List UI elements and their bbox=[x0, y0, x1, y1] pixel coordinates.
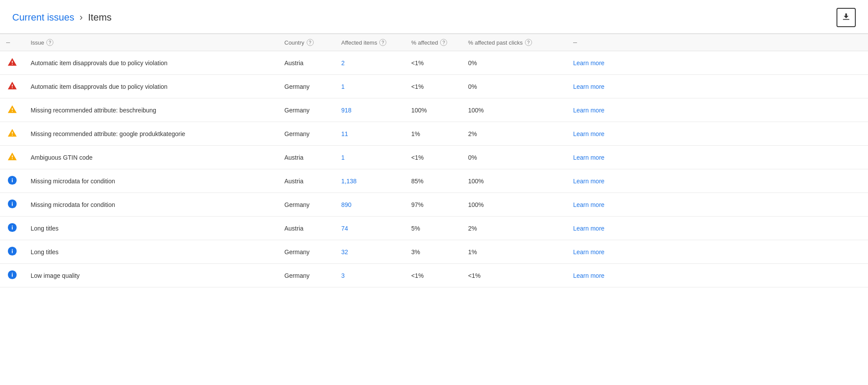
th-affected-label: Affected items bbox=[341, 39, 377, 46]
affected-items-link[interactable]: 1,138 bbox=[341, 178, 357, 185]
affected-items-link[interactable]: 3 bbox=[341, 272, 345, 279]
th-affected-help[interactable]: ? bbox=[379, 39, 386, 46]
learn-more-link[interactable]: Learn more bbox=[573, 248, 605, 256]
th-issue-help[interactable]: ? bbox=[46, 39, 53, 46]
info-icon bbox=[7, 270, 17, 280]
row-pct-affected: <1% bbox=[405, 264, 462, 287]
table-row: Missing recommended attribute: google pr… bbox=[0, 122, 868, 146]
affected-items-link[interactable]: 1 bbox=[341, 83, 345, 90]
header: Current issues › Items bbox=[0, 0, 868, 34]
th-icon: – bbox=[0, 34, 24, 51]
th-dash-right: – bbox=[573, 38, 577, 46]
learn-more-link[interactable]: Learn more bbox=[573, 130, 605, 137]
th-pct-clicks-label: % affected past clicks bbox=[468, 39, 523, 46]
row-actions: Learn more bbox=[567, 122, 868, 146]
th-pct-help[interactable]: ? bbox=[440, 39, 447, 46]
row-icon-cell bbox=[0, 75, 24, 98]
table-row: Missing recommended attribute: beschreib… bbox=[0, 98, 868, 122]
download-icon bbox=[841, 12, 851, 24]
table-row: Ambiguous GTIN codeAustria1<1%0%Learn mo… bbox=[0, 146, 868, 169]
download-button[interactable] bbox=[836, 8, 856, 27]
affected-items-link[interactable]: 2 bbox=[341, 60, 345, 66]
table-row: Missing microdata for conditionGermany89… bbox=[0, 193, 868, 217]
row-affected-items: 1 bbox=[335, 75, 405, 98]
row-country: Austria bbox=[278, 51, 335, 75]
row-affected-items: 1,138 bbox=[335, 169, 405, 193]
row-affected-items: 74 bbox=[335, 217, 405, 240]
row-pct-affected: <1% bbox=[405, 146, 462, 169]
svg-rect-0 bbox=[843, 19, 850, 20]
row-issue: Long titles bbox=[24, 217, 278, 240]
th-pct-clicks-help[interactable]: ? bbox=[525, 39, 532, 46]
row-actions: Learn more bbox=[567, 264, 868, 287]
row-icon-cell bbox=[0, 240, 24, 264]
info-icon bbox=[7, 246, 17, 256]
row-actions: Learn more bbox=[567, 217, 868, 240]
info-icon bbox=[7, 175, 17, 185]
learn-more-link[interactable]: Learn more bbox=[573, 272, 605, 279]
th-country: Country ? bbox=[278, 34, 335, 51]
row-issue: Missing microdata for condition bbox=[24, 169, 278, 193]
affected-items-link[interactable]: 890 bbox=[341, 201, 351, 208]
row-actions: Learn more bbox=[567, 169, 868, 193]
error-icon bbox=[7, 81, 17, 91]
row-pct-clicks: <1% bbox=[462, 264, 567, 287]
learn-more-link[interactable]: Learn more bbox=[573, 154, 605, 161]
th-affected: Affected items ? bbox=[335, 34, 405, 51]
row-actions: Learn more bbox=[567, 51, 868, 75]
page-container: Current issues › Items – Iss bbox=[0, 0, 868, 385]
affected-items-link[interactable]: 918 bbox=[341, 107, 351, 114]
warning-icon bbox=[7, 128, 17, 138]
row-issue: Automatic item disapprovals due to polic… bbox=[24, 51, 278, 75]
row-country: Germany bbox=[278, 75, 335, 98]
th-issue: Issue ? bbox=[24, 34, 278, 51]
issues-table: – Issue ? Country ? Affected it bbox=[0, 34, 868, 287]
row-issue: Missing microdata for condition bbox=[24, 193, 278, 217]
th-dash-left: – bbox=[6, 38, 10, 46]
row-pct-clicks: 100% bbox=[462, 193, 567, 217]
info-icon bbox=[7, 199, 17, 209]
affected-items-link[interactable]: 1 bbox=[341, 154, 345, 161]
row-issue: Missing recommended attribute: google pr… bbox=[24, 122, 278, 146]
row-pct-affected: 1% bbox=[405, 122, 462, 146]
row-issue: Long titles bbox=[24, 240, 278, 264]
affected-items-link[interactable]: 74 bbox=[341, 225, 348, 232]
row-issue: Automatic item disapprovals due to polic… bbox=[24, 75, 278, 98]
breadcrumb: Current issues › Items bbox=[12, 12, 112, 23]
row-country: Germany bbox=[278, 193, 335, 217]
affected-items-link[interactable]: 11 bbox=[341, 130, 348, 137]
breadcrumb-current: Items bbox=[88, 12, 112, 23]
th-pct-clicks: % affected past clicks ? bbox=[462, 34, 567, 51]
breadcrumb-link[interactable]: Current issues bbox=[12, 12, 74, 23]
row-actions: Learn more bbox=[567, 193, 868, 217]
row-country: Austria bbox=[278, 169, 335, 193]
row-icon-cell bbox=[0, 51, 24, 75]
affected-items-link[interactable]: 32 bbox=[341, 248, 348, 256]
table-row: Long titlesAustria745%2%Learn more bbox=[0, 217, 868, 240]
th-pct: % affected ? bbox=[405, 34, 462, 51]
learn-more-link[interactable]: Learn more bbox=[573, 225, 605, 232]
learn-more-link[interactable]: Learn more bbox=[573, 107, 605, 114]
learn-more-link[interactable]: Learn more bbox=[573, 178, 605, 185]
error-icon bbox=[7, 57, 17, 67]
learn-more-link[interactable]: Learn more bbox=[573, 83, 605, 90]
row-country: Austria bbox=[278, 217, 335, 240]
th-pct-label: % affected bbox=[411, 39, 438, 46]
learn-more-link[interactable]: Learn more bbox=[573, 60, 605, 66]
row-pct-affected: 85% bbox=[405, 169, 462, 193]
table-body: Automatic item disapprovals due to polic… bbox=[0, 51, 868, 287]
table-row: Missing microdata for conditionAustria1,… bbox=[0, 169, 868, 193]
row-actions: Learn more bbox=[567, 240, 868, 264]
table-row: Long titlesGermany323%1%Learn more bbox=[0, 240, 868, 264]
row-issue: Missing recommended attribute: beschreib… bbox=[24, 98, 278, 122]
row-icon-cell bbox=[0, 193, 24, 217]
row-affected-items: 32 bbox=[335, 240, 405, 264]
row-issue: Ambiguous GTIN code bbox=[24, 146, 278, 169]
row-affected-items: 11 bbox=[335, 122, 405, 146]
th-issue-label: Issue bbox=[31, 39, 44, 46]
th-country-help[interactable]: ? bbox=[307, 39, 314, 46]
row-pct-affected: 5% bbox=[405, 217, 462, 240]
th-actions: – bbox=[567, 34, 868, 51]
row-pct-clicks: 0% bbox=[462, 146, 567, 169]
learn-more-link[interactable]: Learn more bbox=[573, 201, 605, 208]
